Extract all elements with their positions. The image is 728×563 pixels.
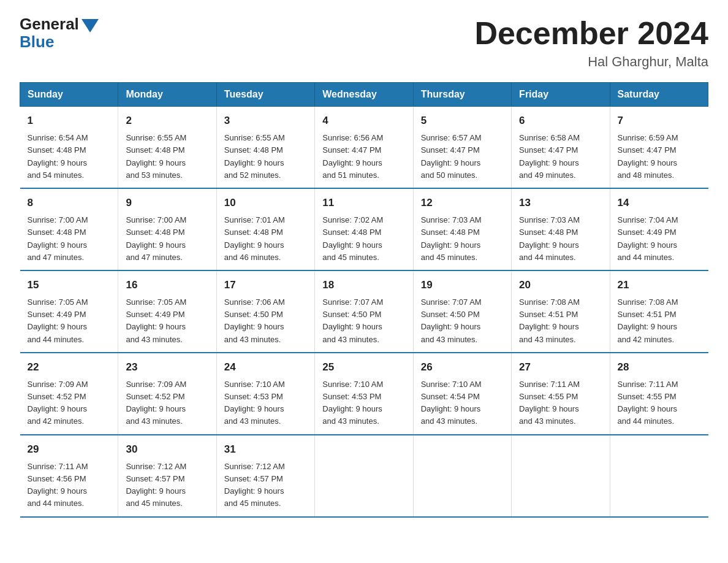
calendar-week-row: 22Sunrise: 7:09 AMSunset: 4:52 PMDayligh… <box>20 353 708 435</box>
weekday-header-saturday: Saturday <box>610 83 708 107</box>
logo-blue-text: Blue <box>20 33 54 52</box>
day-info: Sunrise: 7:01 AMSunset: 4:48 PMDaylight:… <box>224 214 307 264</box>
day-number: 4 <box>322 113 405 129</box>
day-number: 28 <box>618 359 701 375</box>
day-number: 9 <box>126 195 208 211</box>
calendar-cell: 15Sunrise: 7:05 AMSunset: 4:49 PMDayligh… <box>20 270 118 353</box>
day-info: Sunrise: 7:07 AMSunset: 4:50 PMDaylight:… <box>421 296 504 346</box>
day-info: Sunrise: 7:00 AMSunset: 4:48 PMDaylight:… <box>126 214 208 264</box>
day-info: Sunrise: 6:54 AMSunset: 4:48 PMDaylight:… <box>28 132 111 182</box>
calendar-cell: 11Sunrise: 7:02 AMSunset: 4:48 PMDayligh… <box>315 188 413 270</box>
calendar-week-row: 8Sunrise: 7:00 AMSunset: 4:48 PMDaylight… <box>20 188 708 270</box>
calendar-cell: 22Sunrise: 7:09 AMSunset: 4:52 PMDayligh… <box>20 353 118 435</box>
day-number: 24 <box>224 359 307 375</box>
day-number: 19 <box>421 277 504 293</box>
day-info: Sunrise: 7:11 AMSunset: 4:56 PMDaylight:… <box>28 461 111 510</box>
day-number: 23 <box>126 359 208 375</box>
calendar-week-row: 15Sunrise: 7:05 AMSunset: 4:49 PMDayligh… <box>20 270 708 353</box>
calendar-cell: 12Sunrise: 7:03 AMSunset: 4:48 PMDayligh… <box>413 188 511 270</box>
day-number: 5 <box>421 113 504 129</box>
calendar-cell: 30Sunrise: 7:12 AMSunset: 4:57 PMDayligh… <box>118 435 216 517</box>
calendar-cell <box>413 435 511 517</box>
calendar-cell: 13Sunrise: 7:03 AMSunset: 4:48 PMDayligh… <box>512 188 610 270</box>
page-header: General Blue December 2024 Hal Gharghur,… <box>20 15 708 70</box>
calendar-cell <box>315 435 413 517</box>
day-info: Sunrise: 7:09 AMSunset: 4:52 PMDaylight:… <box>28 378 111 428</box>
day-info: Sunrise: 7:03 AMSunset: 4:48 PMDaylight:… <box>519 214 602 264</box>
day-info: Sunrise: 7:05 AMSunset: 4:49 PMDaylight:… <box>28 296 111 346</box>
calendar-cell: 23Sunrise: 7:09 AMSunset: 4:52 PMDayligh… <box>118 353 216 435</box>
day-number: 15 <box>28 277 111 293</box>
weekday-header-row: SundayMondayTuesdayWednesdayThursdayFrid… <box>20 83 708 107</box>
day-number: 6 <box>519 113 602 129</box>
calendar-cell <box>512 435 610 517</box>
day-number: 30 <box>126 442 208 458</box>
calendar-cell: 16Sunrise: 7:05 AMSunset: 4:49 PMDayligh… <box>118 270 216 353</box>
calendar-cell: 7Sunrise: 6:59 AMSunset: 4:47 PMDaylight… <box>610 107 708 188</box>
day-number: 2 <box>126 113 208 129</box>
calendar-cell: 14Sunrise: 7:04 AMSunset: 4:49 PMDayligh… <box>610 188 708 270</box>
day-info: Sunrise: 7:04 AMSunset: 4:49 PMDaylight:… <box>618 214 701 264</box>
calendar-cell <box>610 435 708 517</box>
day-number: 21 <box>618 277 701 293</box>
calendar-cell: 8Sunrise: 7:00 AMSunset: 4:48 PMDaylight… <box>20 188 118 270</box>
day-info: Sunrise: 7:11 AMSunset: 4:55 PMDaylight:… <box>519 378 602 428</box>
day-info: Sunrise: 7:10 AMSunset: 4:53 PMDaylight:… <box>224 378 307 428</box>
day-info: Sunrise: 7:07 AMSunset: 4:50 PMDaylight:… <box>322 296 405 346</box>
month-title: December 2024 <box>474 15 708 52</box>
day-number: 1 <box>28 113 111 129</box>
calendar-cell: 17Sunrise: 7:06 AMSunset: 4:50 PMDayligh… <box>216 270 314 353</box>
weekday-header-monday: Monday <box>118 83 216 107</box>
day-info: Sunrise: 7:12 AMSunset: 4:57 PMDaylight:… <box>126 461 208 510</box>
weekday-header-sunday: Sunday <box>20 83 118 107</box>
calendar-week-row: 29Sunrise: 7:11 AMSunset: 4:56 PMDayligh… <box>20 435 708 517</box>
day-info: Sunrise: 7:08 AMSunset: 4:51 PMDaylight:… <box>618 296 701 346</box>
calendar-cell: 28Sunrise: 7:11 AMSunset: 4:55 PMDayligh… <box>610 353 708 435</box>
day-number: 8 <box>28 195 111 211</box>
location-subtitle: Hal Gharghur, Malta <box>474 54 708 70</box>
day-number: 11 <box>322 195 405 211</box>
day-info: Sunrise: 7:10 AMSunset: 4:54 PMDaylight:… <box>421 378 504 428</box>
calendar-cell: 1Sunrise: 6:54 AMSunset: 4:48 PMDaylight… <box>20 107 118 188</box>
day-number: 20 <box>519 277 602 293</box>
day-number: 31 <box>224 442 307 458</box>
title-block: December 2024 Hal Gharghur, Malta <box>474 15 708 70</box>
day-number: 10 <box>224 195 307 211</box>
calendar-cell: 26Sunrise: 7:10 AMSunset: 4:54 PMDayligh… <box>413 353 511 435</box>
calendar-cell: 10Sunrise: 7:01 AMSunset: 4:48 PMDayligh… <box>216 188 314 270</box>
calendar-week-row: 1Sunrise: 6:54 AMSunset: 4:48 PMDaylight… <box>20 107 708 188</box>
day-info: Sunrise: 6:57 AMSunset: 4:47 PMDaylight:… <box>421 132 504 182</box>
day-info: Sunrise: 7:11 AMSunset: 4:55 PMDaylight:… <box>618 378 701 428</box>
day-number: 25 <box>322 359 405 375</box>
day-info: Sunrise: 7:00 AMSunset: 4:48 PMDaylight:… <box>28 214 111 264</box>
day-info: Sunrise: 7:02 AMSunset: 4:48 PMDaylight:… <box>322 214 405 264</box>
day-number: 16 <box>126 277 208 293</box>
weekday-header-tuesday: Tuesday <box>216 83 314 107</box>
day-info: Sunrise: 6:55 AMSunset: 4:48 PMDaylight:… <box>126 132 208 182</box>
weekday-header-thursday: Thursday <box>413 83 511 107</box>
day-info: Sunrise: 7:08 AMSunset: 4:51 PMDaylight:… <box>519 296 602 346</box>
day-number: 13 <box>519 195 602 211</box>
calendar-table: SundayMondayTuesdayWednesdayThursdayFrid… <box>20 82 708 518</box>
day-number: 17 <box>224 277 307 293</box>
day-info: Sunrise: 7:05 AMSunset: 4:49 PMDaylight:… <box>126 296 208 346</box>
calendar-cell: 25Sunrise: 7:10 AMSunset: 4:53 PMDayligh… <box>315 353 413 435</box>
calendar-cell: 4Sunrise: 6:56 AMSunset: 4:47 PMDaylight… <box>315 107 413 188</box>
day-number: 22 <box>28 359 111 375</box>
day-number: 27 <box>519 359 602 375</box>
calendar-cell: 19Sunrise: 7:07 AMSunset: 4:50 PMDayligh… <box>413 270 511 353</box>
calendar-cell: 31Sunrise: 7:12 AMSunset: 4:57 PMDayligh… <box>216 435 314 517</box>
day-number: 3 <box>224 113 307 129</box>
day-info: Sunrise: 6:59 AMSunset: 4:47 PMDaylight:… <box>618 132 701 182</box>
calendar-cell: 18Sunrise: 7:07 AMSunset: 4:50 PMDayligh… <box>315 270 413 353</box>
calendar-cell: 21Sunrise: 7:08 AMSunset: 4:51 PMDayligh… <box>610 270 708 353</box>
calendar-cell: 3Sunrise: 6:55 AMSunset: 4:48 PMDaylight… <box>216 107 314 188</box>
day-number: 14 <box>618 195 701 211</box>
calendar-cell: 27Sunrise: 7:11 AMSunset: 4:55 PMDayligh… <box>512 353 610 435</box>
day-number: 12 <box>421 195 504 211</box>
day-info: Sunrise: 7:12 AMSunset: 4:57 PMDaylight:… <box>224 461 307 510</box>
day-info: Sunrise: 6:58 AMSunset: 4:47 PMDaylight:… <box>519 132 602 182</box>
day-number: 18 <box>322 277 405 293</box>
day-info: Sunrise: 7:10 AMSunset: 4:53 PMDaylight:… <box>322 378 405 428</box>
calendar-cell: 24Sunrise: 7:10 AMSunset: 4:53 PMDayligh… <box>216 353 314 435</box>
